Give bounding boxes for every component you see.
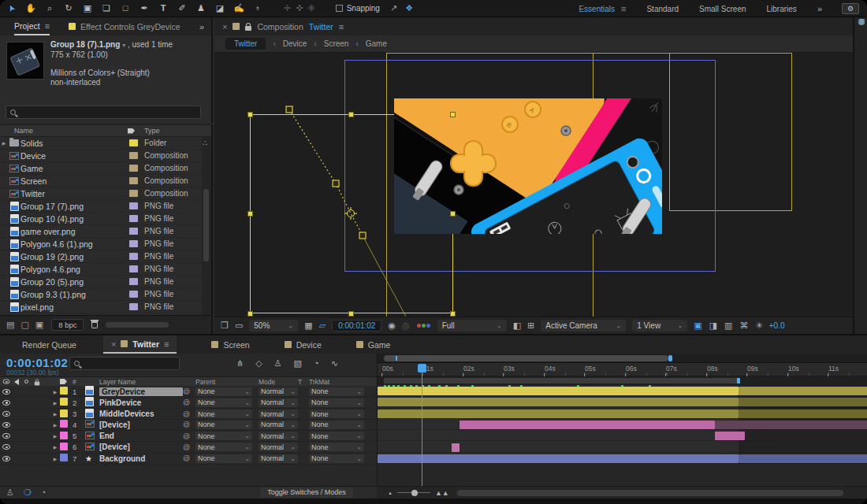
layer-duration-bar[interactable] — [378, 398, 739, 406]
time-ruler[interactable]: 00s 01s 02s 03s 04s 05s 06s 07s 08s 09s … — [378, 363, 867, 376]
column-number[interactable]: # — [73, 378, 85, 386]
layer-duration-bar[interactable] — [739, 454, 867, 463]
layer-duration-bar[interactable] — [460, 421, 715, 429]
layer-expand-arrow[interactable]: ▶ — [50, 422, 60, 428]
tab-project[interactable]: Project ≡ — [14, 17, 50, 35]
interpret-footage-icon[interactable]: ▤ — [6, 320, 14, 330]
layer-visibility-toggle[interactable] — [2, 389, 10, 395]
tab-render-queue[interactable]: Render Queue — [22, 340, 76, 350]
breadcrumb-game[interactable]: Game — [366, 39, 387, 48]
layer-duration-bar[interactable] — [739, 410, 867, 418]
layer-row[interactable]: ▶ 2 PinkDevice @ None⌄ Normal⌄ None⌄ — [0, 397, 377, 408]
project-item-row[interactable]: Polygon 4.6.png PNG file — [0, 263, 211, 276]
frame-blending-icon[interactable]: ▧ — [294, 358, 302, 369]
layer-expand-arrow[interactable]: ▶ — [50, 433, 60, 439]
item-label-swatch[interactable] — [129, 190, 138, 197]
scrollbar-thumb[interactable] — [203, 189, 209, 261]
item-label-swatch[interactable] — [129, 177, 138, 184]
zoom-tool[interactable]: ⌕ — [41, 2, 58, 16]
column-mode[interactable]: Mode — [259, 378, 298, 386]
layer-row[interactable]: ▶ 6 [Device] @ None⌄ Normal⌄ None⌄ — [0, 442, 377, 453]
column-layer-name[interactable]: Layer Name — [99, 378, 183, 386]
project-item-row[interactable]: Group 10 (4).png PNG file — [0, 213, 211, 225]
track-matte-select[interactable]: None⌄ — [309, 454, 364, 463]
work-area-end-handle[interactable] — [737, 378, 740, 384]
exposure-value[interactable]: +0.0 — [769, 321, 785, 330]
project-item-row[interactable]: game over.png PNG file — [0, 225, 211, 238]
project-bit-depth[interactable]: 8 bpc — [51, 319, 84, 331]
workspace-menu-icon[interactable]: ≡ — [621, 4, 626, 13]
layer-visibility-toggle[interactable] — [2, 422, 10, 428]
breadcrumb-twitter[interactable]: Twitter — [225, 38, 266, 50]
viewer-timecode[interactable]: 0:00:01:02 — [332, 320, 381, 332]
project-scrollbar[interactable]: ∴ — [202, 137, 211, 315]
label-column-icon[interactable] — [128, 128, 135, 134]
panel-menu-icon[interactable]: ≡ — [339, 22, 344, 32]
column-trkmat[interactable]: TrkMat — [309, 378, 364, 386]
parent-select[interactable]: None⌄ — [195, 432, 252, 440]
draft-3d-icon[interactable]: ◇ — [255, 358, 262, 369]
workspace-standard[interactable]: Standard — [646, 5, 679, 13]
breadcrumb-screen[interactable]: Screen — [324, 39, 349, 48]
timeline-search-input[interactable] — [69, 357, 180, 370]
layer-visibility-toggle[interactable] — [2, 433, 10, 439]
shape-tool[interactable]: □ — [117, 2, 134, 16]
layer-duration-bar[interactable] — [715, 421, 867, 429]
layer-duration-bar[interactable] — [739, 398, 867, 406]
layer-name[interactable]: [Device] — [99, 443, 183, 451]
layer-duration-bar[interactable] — [378, 410, 739, 418]
selection-handle[interactable] — [450, 112, 456, 117]
layer-name[interactable]: Background — [99, 454, 183, 463]
project-item-row[interactable]: Polygon 4.6 (1).png PNG file — [0, 238, 211, 250]
layer-visibility-toggle[interactable] — [2, 444, 10, 450]
parent-select[interactable]: None⌄ — [195, 410, 252, 418]
parent-select[interactable]: None⌄ — [195, 454, 252, 463]
item-label-swatch[interactable] — [129, 278, 138, 285]
timeline-tab-twitter[interactable]: × Twitter ≡ — [103, 335, 177, 354]
world-axis-mode[interactable]: ✜ — [296, 4, 303, 13]
layer-duration-bar[interactable] — [715, 432, 745, 440]
layer-row[interactable]: ▶ 4 [Device] @ None⌄ Normal⌄ None⌄ — [0, 420, 377, 431]
item-label-swatch[interactable] — [129, 202, 138, 209]
item-label-swatch[interactable] — [129, 291, 138, 298]
camera-tool[interactable]: ▣ — [79, 2, 96, 16]
workspace-overflow-icon[interactable]: » — [817, 4, 821, 13]
resolution-select[interactable]: Full⌄ — [437, 320, 507, 332]
timeline-tab-screen[interactable]: Screen — [211, 335, 249, 354]
label-column-icon[interactable] — [60, 379, 67, 384]
project-item-row[interactable]: pixel.png PNG file — [0, 301, 211, 313]
layer-duration-bar[interactable] — [739, 387, 867, 395]
layer-label-swatch[interactable] — [60, 454, 68, 461]
layer-label-swatch[interactable] — [60, 432, 68, 439]
selection-tool[interactable]: ➤ — [3, 2, 20, 16]
parent-pickwhip-icon[interactable]: @ — [183, 410, 195, 418]
hide-shy-layers-icon[interactable]: ♙ — [274, 358, 282, 369]
eraser-tool[interactable]: ◪ — [211, 2, 229, 16]
graph-editor-icon[interactable]: ∿ — [331, 358, 338, 369]
close-tab-icon[interactable]: × — [222, 22, 227, 32]
timeline-horizontal-scrollbar[interactable] — [457, 490, 843, 496]
timeline-tab-device[interactable]: Device — [285, 335, 322, 354]
item-label-swatch[interactable] — [129, 303, 138, 310]
blend-mode-select[interactable]: Normal⌄ — [259, 432, 298, 440]
layer-name[interactable]: End — [99, 432, 183, 440]
parent-select[interactable]: None⌄ — [195, 443, 252, 451]
layer-label-swatch[interactable] — [60, 420, 68, 428]
item-label-swatch[interactable] — [129, 253, 138, 260]
parent-pickwhip-icon[interactable]: @ — [183, 443, 195, 451]
selection-handle[interactable] — [348, 112, 354, 117]
layer-label-swatch[interactable] — [60, 387, 68, 395]
selection-handle[interactable] — [348, 311, 354, 317]
local-axis-mode[interactable]: ✛ — [284, 4, 291, 13]
item-label-swatch[interactable] — [129, 139, 138, 146]
layer-expand-arrow[interactable]: ▶ — [50, 456, 60, 461]
zoom-in-icon[interactable]: ▲▲ — [435, 489, 449, 497]
pen-tool[interactable]: ✒ — [136, 2, 153, 16]
blend-mode-select[interactable]: Normal⌄ — [259, 410, 298, 418]
composition-name[interactable]: Twitter — [309, 22, 333, 32]
column-type[interactable]: Type — [144, 127, 160, 135]
parent-pickwhip-icon[interactable]: @ — [183, 454, 195, 462]
parent-select[interactable]: None⌄ — [195, 421, 252, 429]
layer-label-swatch[interactable] — [60, 398, 68, 406]
layer-label-swatch[interactable] — [60, 443, 68, 450]
